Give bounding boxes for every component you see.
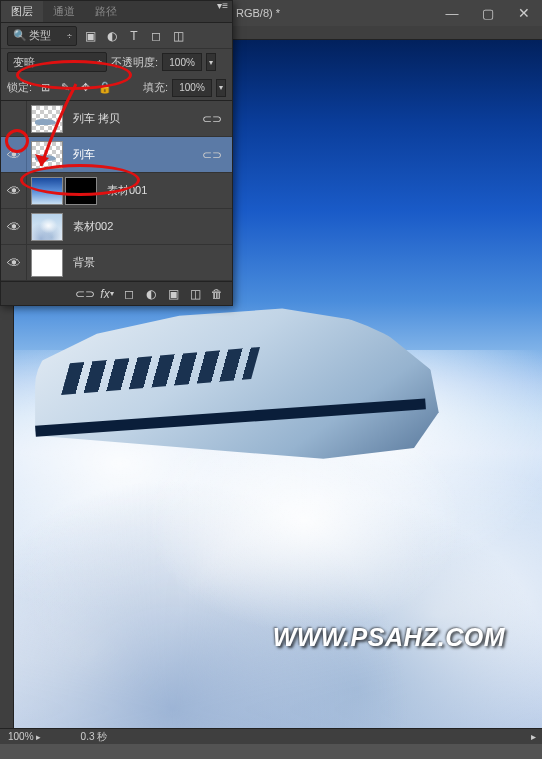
group-icon[interactable]: ▣ [164, 285, 182, 303]
layer-thumbnail[interactable] [31, 177, 63, 205]
layer-row[interactable]: 👁 背景 [1, 245, 232, 281]
watermark-text: WWW.PSAHZ.COM [273, 623, 505, 652]
filter-pixel-icon[interactable]: ▣ [81, 27, 99, 45]
fill-value[interactable]: 100% [172, 79, 212, 97]
visibility-toggle[interactable]: 👁 [1, 173, 27, 208]
layer-name[interactable]: 列车 拷贝 [73, 111, 120, 126]
status-arrow[interactable]: ▸ [531, 731, 536, 742]
filter-type-icon[interactable]: T [125, 27, 143, 45]
layer-thumbnail[interactable] [31, 213, 63, 241]
visibility-toggle[interactable] [1, 101, 27, 136]
trash-icon[interactable]: 🗑 [208, 285, 226, 303]
filter-smart-icon[interactable]: ◫ [169, 27, 187, 45]
timing-info: 0.3 秒 [81, 730, 108, 744]
layer-thumbnail[interactable] [31, 105, 63, 133]
fill-label: 填充: [143, 80, 168, 95]
panel-footer: ⊂⊃ fx▾ ◻ ◐ ▣ ◫ 🗑 [1, 281, 232, 305]
zoom-level[interactable]: 100%▸ [8, 731, 41, 742]
layer-name[interactable]: 素材002 [73, 219, 113, 234]
layer-thumbnail[interactable] [31, 141, 63, 169]
opacity-value[interactable]: 100% [162, 53, 202, 71]
lock-transparent-icon[interactable]: ⊞ [36, 79, 54, 97]
layer-thumbnail[interactable] [31, 249, 63, 277]
link-layers-icon[interactable]: ⊂⊃ [76, 285, 94, 303]
layer-name[interactable]: 背景 [73, 255, 95, 270]
maximize-button[interactable]: ▢ [470, 0, 506, 26]
layer-row[interactable]: 👁 素材001 [1, 173, 232, 209]
visibility-toggle[interactable]: 👁 [1, 137, 27, 172]
fill-dropdown[interactable]: ▾ [216, 79, 226, 97]
adjustment-icon[interactable]: ◐ [142, 285, 160, 303]
filter-shape-icon[interactable]: ◻ [147, 27, 165, 45]
link-icon[interactable]: ⊂⊃ [202, 112, 222, 126]
minimize-button[interactable]: — [434, 0, 470, 26]
close-button[interactable]: ✕ [506, 0, 542, 26]
status-bar: 100%▸ 0.3 秒 ▸ [0, 728, 542, 744]
tab-layers[interactable]: 图层 [1, 1, 43, 22]
opacity-label: 不透明度: [111, 55, 158, 70]
new-layer-icon[interactable]: ◫ [186, 285, 204, 303]
filter-adjust-icon[interactable]: ◐ [103, 27, 121, 45]
layer-row[interactable]: 列车 拷贝 ⊂⊃ [1, 101, 232, 137]
tab-channels[interactable]: 通道 [43, 1, 85, 22]
opacity-dropdown[interactable]: ▾ [206, 53, 216, 71]
lock-position-icon[interactable]: ✥ [76, 79, 94, 97]
panel-menu-icon[interactable]: ▾≡ [217, 3, 228, 9]
layers-panel: ◄◄ 图层 通道 路径 ▾≡ 🔍类型÷ ▣ ◐ T ◻ ◫ 变暗÷ 不透明度: … [0, 0, 233, 306]
filter-kind-select[interactable]: 🔍类型÷ [7, 26, 77, 46]
lock-label: 锁定: [7, 80, 32, 95]
visibility-toggle[interactable]: 👁 [1, 245, 27, 280]
layer-list: 列车 拷贝 ⊂⊃ 👁 列车 ⊂⊃ 👁 素材001 👁 [1, 101, 232, 281]
lock-all-icon[interactable]: 🔒 [96, 79, 114, 97]
layer-row[interactable]: 👁 素材002 [1, 209, 232, 245]
mask-thumbnail[interactable] [65, 177, 97, 205]
document-title: RGB/8) * [230, 7, 434, 19]
layer-row[interactable]: 👁 列车 ⊂⊃ [1, 137, 232, 173]
link-icon[interactable]: ⊂⊃ [202, 148, 222, 162]
fx-icon[interactable]: fx▾ [98, 285, 116, 303]
blend-mode-select[interactable]: 变暗÷ [7, 52, 107, 72]
visibility-toggle[interactable]: 👁 [1, 209, 27, 244]
lock-pixels-icon[interactable]: ✎ [56, 79, 74, 97]
tab-paths[interactable]: 路径 [85, 1, 127, 22]
mask-icon[interactable]: ◻ [120, 285, 138, 303]
layer-name[interactable]: 列车 [73, 147, 95, 162]
layer-name[interactable]: 素材001 [107, 183, 147, 198]
